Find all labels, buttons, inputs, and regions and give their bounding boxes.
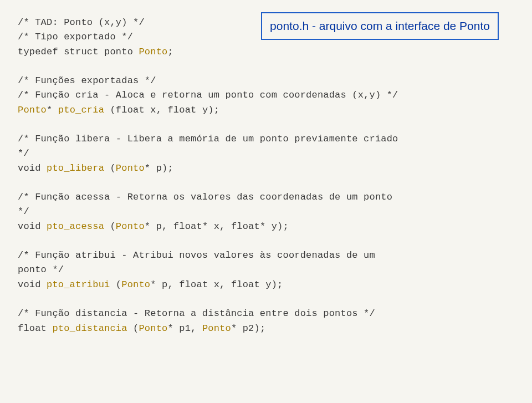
code-block-3: /* Função libera - Libera a memória de u… [18, 132, 514, 176]
code-text: * p, float* x, float* y); [145, 221, 289, 232]
code-text: ( [110, 163, 115, 174]
func-identifier: pto_libera [47, 163, 110, 174]
type-identifier: Ponto [202, 323, 231, 334]
code-block-5: /* Função atribui - Atribui novos valore… [18, 248, 514, 292]
code-block-2: /* Funções exportadas */ /* Função cria … [18, 74, 514, 118]
comment-line: /* Função acessa - Retorna os valores da… [18, 192, 392, 202]
code-text: * p1, [167, 323, 202, 334]
type-identifier: Ponto [18, 105, 47, 115]
code-text: ; [167, 47, 173, 57]
type-identifier: Ponto [116, 163, 145, 174]
comment-line: /* Função cria - Aloca e retorna um pont… [18, 90, 398, 100]
callout-box: ponto.h - arquivo com a interface de Pon… [261, 12, 499, 40]
code-text: void [18, 221, 47, 232]
code-text: typedef struct ponto [18, 47, 139, 57]
type-identifier: Ponto [139, 47, 167, 57]
type-identifier: Ponto [116, 221, 145, 232]
code-block-4: /* Função acessa - Retorna os valores da… [18, 190, 514, 234]
comment-line: /* Função libera - Libera a memória de u… [18, 134, 398, 144]
code-text: * p2); [231, 323, 265, 334]
callout-text: ponto.h - arquivo com a interface de Pon… [270, 19, 490, 32]
func-identifier: pto_acessa [47, 221, 110, 232]
code-block-6: /* Função distancia - Retorna a distânci… [18, 307, 514, 336]
code-text: void [18, 163, 47, 174]
comment-line: */ [18, 148, 29, 159]
comment-line: /* Tipo exportado */ [18, 32, 133, 42]
func-identifier: pto_atribui [47, 279, 116, 290]
type-identifier: Ponto [139, 323, 167, 334]
code-text: (float x, float y); [110, 105, 219, 115]
code-text: float [18, 323, 52, 334]
comment-line: */ [18, 206, 29, 217]
func-identifier: pto_cria [58, 105, 110, 115]
code-text: void [18, 279, 47, 290]
comment-line: ponto */ [18, 264, 64, 275]
code-text: * [47, 105, 58, 115]
code-text: ( [116, 279, 121, 290]
code-text: * p); [145, 163, 173, 174]
type-identifier: Ponto [121, 279, 150, 290]
comment-line: /* Funções exportadas */ [18, 75, 156, 86]
func-identifier: pto_distancia [52, 323, 133, 334]
comment-line: /* TAD: Ponto (x,y) */ [18, 17, 145, 28]
code-text: ( [110, 221, 115, 232]
code-text: * p, float x, float y); [150, 279, 283, 290]
comment-line: /* Função distancia - Retorna a distânci… [18, 308, 375, 319]
code-text: ( [133, 323, 139, 334]
comment-line: /* Função atribui - Atribui novos valore… [18, 250, 375, 261]
